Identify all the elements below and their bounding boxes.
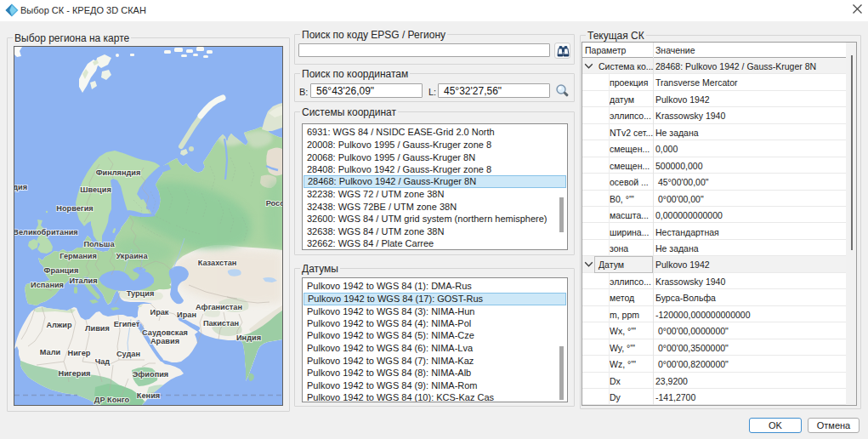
svg-text:Украина: Украина <box>116 252 149 260</box>
svg-text:Нигер: Нигер <box>68 349 91 357</box>
svg-text:Испания: Испания <box>31 281 64 289</box>
svg-text:Эфиопия: Эфиопия <box>133 370 168 379</box>
svg-text:Польша: Польша <box>83 240 115 248</box>
svg-text:Индия: Индия <box>236 334 261 342</box>
svg-text:Ливия: Ливия <box>85 324 110 333</box>
svg-text:Иран: Иран <box>177 311 196 319</box>
svg-text:Алжир: Алжир <box>46 321 72 329</box>
svg-text:Саудовская: Саудовская <box>142 328 188 337</box>
svg-text:Италия: Италия <box>69 277 97 285</box>
svg-text:Великобритания: Великобритания <box>14 228 78 237</box>
svg-text:Ирак: Ирак <box>150 308 169 316</box>
svg-text:дия: дия <box>14 183 27 191</box>
svg-text:Пакистан: Пакистан <box>203 319 239 328</box>
svg-text:Швеция: Швеция <box>80 185 111 194</box>
svg-text:Чад: Чад <box>95 357 111 366</box>
svg-text:ДР Конго: ДР Конго <box>94 396 130 404</box>
svg-text:Аравия: Аравия <box>150 337 179 345</box>
svg-text:Турция: Турция <box>127 289 155 298</box>
svg-text:Норвегия: Норвегия <box>56 204 93 213</box>
svg-text:Казахстан: Казахстан <box>198 259 237 267</box>
svg-text:Египет: Египет <box>114 320 140 328</box>
svg-text:Германия: Германия <box>60 252 97 260</box>
svg-text:Кения: Кения <box>137 391 160 400</box>
svg-text:Судан: Судан <box>116 350 140 358</box>
svg-text:Нигерия: Нигерия <box>59 369 91 378</box>
svg-text:Финляндия: Финляндия <box>96 168 141 177</box>
svg-text:Россия: Россия <box>266 199 282 208</box>
svg-text:Мали: Мали <box>40 348 61 356</box>
svg-text:Франция: Франция <box>44 266 79 275</box>
svg-text:Афганистан: Афганистан <box>196 303 242 311</box>
